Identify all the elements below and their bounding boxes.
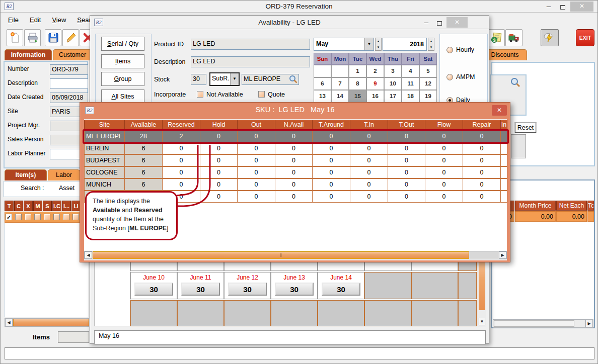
sku-value-cell[interactable]: 0 [200,178,238,191]
side-button-items[interactable]: Items [101,54,144,68]
day-qty-button[interactable]: 30 [134,283,173,296]
sku-value-cell[interactable]: 0 [275,154,313,166]
shipping-button[interactable] [505,29,522,46]
sku-value-cell[interactable]: 0 [350,142,388,154]
grid-checkbox[interactable] [34,214,41,220]
month-dropdown[interactable]: May ▼ [314,38,374,51]
close-icon[interactable]: ✕ [570,2,593,12]
calendar-day[interactable]: 11 [402,77,419,90]
sku-value-cell[interactable]: 0 [312,142,350,154]
grid-checkbox[interactable] [44,214,50,220]
calendar-day[interactable]: 4 [402,65,419,77]
sku-hscrollbar[interactable]: ◀ ‖ ▶ [84,251,507,259]
sku-value-cell[interactable] [500,191,507,203]
calendar-day[interactable] [314,65,331,77]
sku-site-cell[interactable]: MUNICH [84,178,125,191]
sku-value-cell[interactable]: 6 [124,178,163,191]
tab-information[interactable]: Information [5,49,52,60]
side-button-serial-qty[interactable]: Serial / Qty [101,37,144,51]
chevron-down-icon[interactable]: ▼ [230,73,239,85]
tab-customer[interactable]: Customer [53,49,92,60]
sku-value-cell[interactable]: 0 [200,142,238,154]
sku-value-cell[interactable]: 0 [425,142,463,154]
sku-value-cell[interactable]: 0 [350,166,388,178]
maximize-icon[interactable] [556,4,569,11]
sku-value-cell[interactable]: 0 [463,166,501,178]
new-button[interactable] [7,29,23,46]
sku-value-cell[interactable]: 0 [388,191,425,203]
description-field[interactable]: LG LED [191,56,310,67]
exit-button[interactable]: EXIT [576,29,594,46]
scroll-right-icon[interactable]: ▶ [499,251,506,259]
sku-value-cell[interactable]: 0 [162,154,200,166]
tab-discounts[interactable]: Discounts [483,49,527,60]
sku-value-cell[interactable]: 0 [200,191,238,203]
sku-titlebar[interactable]: R2 SKU : LG LED May 16 ✕ [80,103,510,118]
day-qty-button[interactable]: 30 [228,283,267,296]
price-cell[interactable] [587,211,594,222]
grid-checkbox[interactable] [53,214,60,220]
calendar-day[interactable]: 18 [402,90,419,103]
sku-value-cell[interactable]: 0 [162,166,200,178]
sku-value-cell[interactable]: 0 [237,142,275,154]
quote-checkbox[interactable] [258,91,265,98]
calendar-day[interactable]: 3 [384,65,402,77]
calendar-day[interactable]: 6 [314,77,331,90]
edit-button[interactable] [62,29,79,46]
region-search-icon[interactable] [288,74,298,85]
radio-ampm[interactable] [446,74,453,80]
save-button[interactable] [45,29,61,46]
sku-site-cell[interactable]: BUDAPEST [84,154,125,166]
sku-value-cell[interactable]: 0 [388,166,425,178]
grid-checkbox[interactable] [15,214,22,220]
region-type-dropdown[interactable]: SubR... ▼ [209,72,240,86]
items-count-field[interactable] [58,331,89,343]
sku-value-cell[interactable]: 0 [275,191,313,203]
sku-value-cell[interactable]: 6 [124,154,163,166]
grid-checkbox[interactable] [72,214,79,220]
price-cell[interactable]: 0.00 [515,211,556,222]
sku-value-cell[interactable]: 0 [312,166,350,178]
sku-value-cell[interactable]: 0 [312,154,350,166]
minimize-icon[interactable]: – [420,18,432,26]
calendar-day[interactable]: 16 [366,90,384,103]
sku-value-cell[interactable]: 0 [463,142,501,154]
calendar-day[interactable]: 13 [314,90,331,103]
calendar-day[interactable]: 17 [384,90,402,103]
sku-value-cell[interactable]: 0 [162,142,200,154]
scroll-left-icon[interactable]: ◀ [5,319,13,326]
close-icon[interactable]: ✕ [446,17,468,28]
sku-value-cell[interactable]: 0 [237,191,275,203]
calendar-day[interactable]: 2 [366,65,384,77]
sku-value-cell[interactable]: 0 [162,178,200,191]
sku-value-cell[interactable]: 0 [237,166,275,178]
calendar-day[interactable]: 7 [331,77,349,90]
sku-value-cell[interactable] [500,154,507,166]
calendar-day[interactable]: 10 [384,77,402,90]
calendar-day[interactable]: 1 [349,65,366,77]
sku-value-cell[interactable]: 0 [425,166,463,178]
minimize-icon[interactable]: – [542,2,555,10]
sku-value-cell[interactable]: 0 [350,154,388,166]
side-button-group[interactable]: Group [101,72,144,86]
sku-value-cell[interactable]: 0 [388,142,425,154]
side-button-all-sites[interactable]: All Sites [101,89,144,104]
sku-value-cell[interactable]: 0 [425,191,463,203]
sku-value-cell[interactable] [500,178,507,191]
sku-value-cell[interactable]: 6 [124,142,163,154]
sku-value-cell[interactable] [500,166,507,178]
year-spinner[interactable]: ▲▼ [428,38,434,51]
day-qty-button[interactable]: 30 [322,283,360,296]
year-field[interactable]: 2018 [383,38,427,51]
hscroll-thumb[interactable] [494,320,574,327]
sku-value-cell[interactable]: 0 [350,178,388,191]
day-grid-vscrollbar[interactable]: ▼ [478,255,486,326]
calendar-day[interactable]: 19 [419,90,437,103]
description-field[interactable] [50,78,88,89]
sku-value-cell[interactable] [500,142,507,154]
sku-value-cell[interactable]: 0 [237,178,275,191]
maximize-icon[interactable] [433,20,445,27]
grid-checkbox[interactable] [25,214,31,220]
calendar-day[interactable]: 12 [419,77,437,90]
day-cell[interactable] [411,272,458,299]
